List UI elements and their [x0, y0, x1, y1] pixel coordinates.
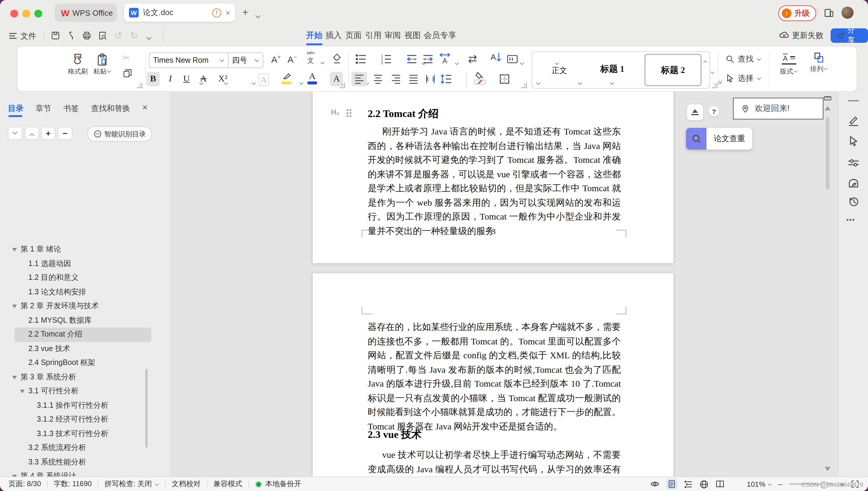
- styles-more-icon[interactable]: [718, 80, 722, 84]
- font-color-button[interactable]: A: [307, 72, 317, 84]
- outline-view-icon[interactable]: [684, 479, 693, 489]
- hamburger-menu-icon[interactable]: [9, 33, 17, 39]
- tab-references[interactable]: 引用: [365, 30, 381, 41]
- eye-protect-icon[interactable]: [650, 479, 660, 489]
- toc-item[interactable]: 第 1 章 绪论: [0, 242, 170, 257]
- char-shading-button[interactable]: A: [333, 74, 340, 84]
- borders-icon[interactable]: [498, 73, 510, 85]
- help-button[interactable]: ?: [709, 106, 719, 116]
- char-scale-icon[interactable]: A: [439, 53, 451, 64]
- decrease-indent-icon[interactable]: [406, 54, 418, 64]
- bold-button[interactable]: B: [150, 74, 156, 84]
- toc-item[interactable]: 2.4 SpringBoot 框架: [0, 356, 170, 370]
- print-preview-icon[interactable]: [98, 31, 107, 40]
- decrease-font-icon[interactable]: A−: [287, 54, 297, 64]
- number-list-icon[interactable]: 1 2 3: [380, 54, 393, 64]
- align-left-icon[interactable]: [354, 74, 365, 84]
- underline-button[interactable]: U: [183, 74, 190, 84]
- find-button[interactable]: 查找: [725, 54, 761, 64]
- status-word-count[interactable]: 字数: 11690: [54, 479, 92, 489]
- toc-item[interactable]: 第 2 章 开发环境与技术: [0, 299, 170, 313]
- shading-button[interactable]: [474, 72, 486, 84]
- share-button[interactable]: 分享: [831, 28, 868, 43]
- sidebar-tab-chapters[interactable]: 章节: [36, 103, 51, 114]
- superscript-button[interactable]: X²: [218, 74, 227, 84]
- document-scrollbar[interactable]: [826, 117, 830, 190]
- document-page-2[interactable]: 器存在的，比如某些行业的应用系统，本身客户端就不多，需要的连接也不多，一般都用 …: [312, 272, 674, 476]
- toc-item[interactable]: 2.1 MYSQL 数据库: [0, 313, 170, 327]
- sidebar-tab-bookmarks[interactable]: 书签: [63, 103, 79, 114]
- copy-icon[interactable]: [122, 68, 133, 79]
- zoom-window-button[interactable]: [34, 10, 42, 18]
- tab-home[interactable]: 开始: [306, 30, 322, 41]
- scroll-down-icon[interactable]: [825, 467, 831, 471]
- tab-view[interactable]: 视图: [404, 30, 421, 41]
- toc-item[interactable]: 1.3 论文结构安排: [0, 285, 170, 299]
- text-direction-icon[interactable]: [467, 54, 478, 64]
- toc-item[interactable]: 1.2 目的和意义: [0, 271, 170, 285]
- tab-member[interactable]: 会员专享: [424, 30, 456, 41]
- status-page-count[interactable]: 页面: 8/30: [8, 479, 41, 489]
- paste-button[interactable]: 粘贴: [90, 53, 115, 76]
- toc-collapse-button[interactable]: [8, 127, 22, 140]
- more-tools-icon[interactable]: •••: [846, 216, 855, 223]
- annotate-pen-icon[interactable]: [847, 115, 860, 127]
- tab-review[interactable]: 审阅: [384, 30, 401, 41]
- font-name-select[interactable]: Times New Rom: [149, 53, 228, 68]
- toc-expand-button[interactable]: [25, 127, 39, 140]
- distribute-icon[interactable]: [425, 74, 436, 84]
- style-heading1[interactable]: 标题 1: [600, 63, 624, 75]
- scroll-up-icon[interactable]: [825, 106, 831, 110]
- status-local-backup[interactable]: 本地备份开: [255, 479, 301, 489]
- settings-sliders-icon[interactable]: [847, 157, 860, 169]
- pinyin-chevron-icon[interactable]: [321, 61, 324, 65]
- toc-zoom-out-button[interactable]: −: [58, 127, 72, 140]
- layout-button[interactable]: A 版式: [776, 53, 802, 76]
- undo-icon[interactable]: ↺: [115, 30, 122, 41]
- tab-page[interactable]: 页面: [345, 30, 362, 41]
- toc-item[interactable]: 3.3 系统性能分析: [0, 455, 170, 469]
- eco-reader-icon[interactable]: [847, 177, 860, 190]
- status-compat-mode[interactable]: 兼容模式: [213, 479, 242, 489]
- page1-paragraph[interactable]: 刚开始学习 Java 语言的时候，是不知道还有 Tomcat 这些东西的，各种语…: [368, 125, 621, 238]
- page2-heading[interactable]: 2.3 vue 技术: [368, 428, 422, 441]
- pinyin-guide-icon[interactable]: wén 文: [307, 51, 315, 64]
- increase-font-icon[interactable]: A+: [271, 54, 281, 64]
- style-normal[interactable]: 正文: [552, 65, 567, 76]
- highlight-color-button[interactable]: [281, 73, 292, 84]
- superscript-chevron-icon[interactable]: [252, 81, 256, 85]
- status-proofread[interactable]: 文档校对: [172, 479, 201, 489]
- toc-zoom-in-button[interactable]: +: [41, 127, 56, 140]
- wordart-button[interactable]: A: [258, 74, 269, 86]
- page-view-icon[interactable]: [666, 478, 678, 490]
- close-tab-icon[interactable]: ×: [225, 8, 230, 18]
- styles-launcher-icon[interactable]: [712, 83, 717, 88]
- bullet-list-icon[interactable]: [355, 54, 367, 64]
- tab-insert[interactable]: 插入: [326, 30, 342, 41]
- styles-scroll-up-icon[interactable]: [704, 60, 707, 63]
- styles-scroll-down-icon[interactable]: [711, 70, 715, 74]
- sidebar-tab-toc[interactable]: 目录: [8, 103, 24, 114]
- print-icon[interactable]: [82, 31, 92, 40]
- redo-icon[interactable]: ↻: [130, 30, 138, 41]
- select-tool-icon[interactable]: [847, 135, 860, 147]
- save-icon[interactable]: [51, 31, 60, 40]
- arrange-button[interactable]: 排列: [805, 51, 834, 74]
- sidebar-tab-find-replace[interactable]: 查找和替换: [91, 103, 130, 114]
- web-view-icon[interactable]: [699, 479, 709, 489]
- drag-handle-icon[interactable]: [347, 109, 348, 111]
- clipboard-launcher-icon[interactable]: [137, 83, 142, 88]
- format-painter-button[interactable]: 格式刷: [66, 53, 90, 76]
- page1-heading[interactable]: 2.2 Tomcat 介绍: [368, 107, 438, 121]
- upgrade-button[interactable]: ↑ 升级: [778, 5, 816, 21]
- toc-item-selected[interactable]: 2.2 Tomcat 介绍: [14, 327, 151, 342]
- zoom-level-select[interactable]: 101%: [747, 480, 772, 488]
- font-size-select[interactable]: 四号: [228, 53, 264, 68]
- sidebar-close-icon[interactable]: ×: [142, 102, 148, 112]
- status-spellcheck[interactable]: 拼写检查: 关闭: [104, 479, 159, 489]
- show-marks-icon[interactable]: [506, 54, 518, 64]
- sidebar-scrollbar[interactable]: [145, 369, 148, 447]
- toc-item[interactable]: 2.3 vue 技术: [0, 342, 170, 356]
- italic-button[interactable]: I: [169, 74, 172, 84]
- document-page-1[interactable]: H₂ 2.2 Tomcat 介绍 刚开始学习 Java 语言的时候，是不知道还有…: [312, 92, 674, 264]
